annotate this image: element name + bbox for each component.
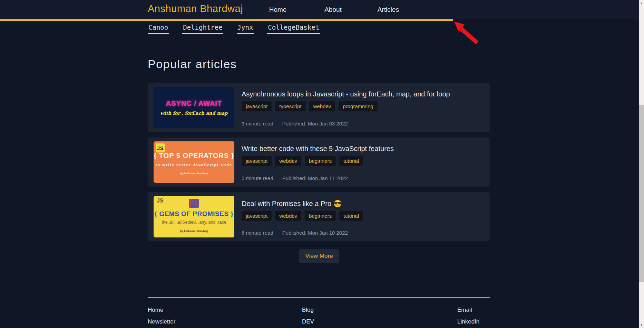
tag-beginners: beginners: [305, 211, 336, 221]
view-more-button[interactable]: View More: [299, 249, 339, 263]
footer-link-linkedin[interactable]: LinkedIn: [457, 318, 479, 325]
thumbnail-headline: { TOP 5 OPERATORS }: [154, 152, 234, 160]
tag-webdev: webdev: [275, 211, 301, 221]
thumbnail-subtitle: with for , forEach and map: [160, 111, 228, 116]
thumbnail-headline: ASYNC / AWAIT: [166, 100, 222, 107]
article-meta: 3 minute read Published: Mon Jan 03 2022: [242, 121, 484, 126]
article-meta: 5 minute read Published: Mon Jan 17 2022: [242, 175, 484, 181]
thumbnail-byline: by Anshuman Bhardwaj: [180, 230, 207, 232]
tag-webdev: webdev: [275, 156, 301, 166]
tag-programming: programming: [339, 101, 377, 111]
article-tags: javascripttypescriptwebdevprogramming: [242, 101, 484, 111]
footer-column-3: EmailLinkedIn: [457, 307, 479, 325]
project-link-canoo[interactable]: Canoo: [148, 24, 169, 34]
article-card[interactable]: ASYNC / AWAITwith for , forEach and map …: [148, 83, 490, 132]
footer-link-blog[interactable]: Blog: [302, 307, 314, 313]
tag-javascript: javascript: [242, 211, 272, 221]
top-navbar: Anshuman Bhardwaj HomeAboutArticles: [0, 0, 639, 19]
articles-list: ASYNC / AWAITwith for , forEach and map …: [148, 83, 490, 241]
article-thumbnail: JS{ GEMS OF PROMISES }the .all, .allSett…: [154, 196, 234, 237]
article-title: Asynchronous loops in Javascript - using…: [242, 90, 484, 98]
project-links-row: CanooDelightreeJynxCollegeBasket: [148, 24, 320, 34]
thumbnail-byline: by Anshuman Bhardwaj: [180, 172, 207, 175]
article-card[interactable]: JS{ TOP 5 OPERATORS }to write better Jav…: [148, 138, 490, 187]
nav-link-about[interactable]: About: [305, 6, 361, 13]
article-thumbnail: JS{ TOP 5 OPERATORS }to write better Jav…: [154, 141, 234, 183]
js-logo-icon: JS: [156, 143, 165, 152]
article-title: Write better code with these 5 JavaScrip…: [242, 145, 484, 153]
thumbnail-headline: { GEMS OF PROMISES }: [155, 210, 234, 218]
article-title: Deal with Promises like a Pro 😎: [242, 199, 484, 208]
footer-link-home[interactable]: Home: [148, 307, 175, 313]
navbar-links: HomeAboutArticles: [250, 6, 416, 13]
annotation-arrow-icon: [449, 17, 483, 47]
footer-column-1: HomeNewsletter: [148, 307, 175, 325]
footer-link-dev[interactable]: DEV: [302, 318, 314, 325]
read-time: 5 minute read: [242, 175, 273, 181]
site-title-link[interactable]: Anshuman Bhardwaj: [148, 3, 243, 15]
published-date: Published: Mon Jan 10 2022: [282, 230, 348, 236]
tag-typescript: typescript: [275, 101, 305, 111]
thumbnail-subtitle: to write better JavaScript code: [156, 163, 232, 167]
footer: HomeNewsletterBlogDEVEmailLinkedIn: [148, 297, 490, 298]
js-logo-icon: JS: [157, 198, 164, 204]
article-card-body: Deal with Promises like a Pro 😎 javascri…: [242, 196, 484, 237]
tag-webdev: webdev: [309, 101, 335, 111]
page-title: Popular articles: [148, 57, 237, 71]
scrollbar-thumb[interactable]: [639, 105, 644, 282]
project-link-collegebasket[interactable]: CollegeBasket: [267, 24, 320, 34]
published-date: Published: Mon Jan 03 2022: [282, 121, 348, 126]
article-card[interactable]: JS{ GEMS OF PROMISES }the .all, .allSett…: [148, 192, 490, 241]
thumbnail-subtitle: the .all, .allSettled, .any, and .race: [162, 220, 226, 225]
article-card-body: Write better code with these 5 JavaScrip…: [242, 141, 484, 183]
tag-javascript: javascript: [242, 156, 272, 166]
tag-beginners: beginners: [305, 156, 336, 166]
published-date: Published: Mon Jan 17 2022: [282, 175, 348, 181]
read-time: 3 minute read: [242, 121, 273, 126]
article-meta: 6 minute read Published: Mon Jan 10 2022: [242, 230, 484, 236]
article-thumbnail: ASYNC / AWAITwith for , forEach and map: [154, 87, 234, 128]
browser-scrollbar[interactable]: ▲ ▼: [639, 0, 644, 328]
scrollbar-up-arrow-icon[interactable]: ▲: [639, 0, 644, 6]
article-tags: javascriptwebdevbeginnerstutorial: [242, 156, 484, 166]
tag-tutorial: tutorial: [339, 211, 363, 221]
footer-link-email[interactable]: Email: [457, 307, 479, 313]
article-card-body: Asynchronous loops in Javascript - using…: [242, 87, 484, 128]
footer-link-newsletter[interactable]: Newsletter: [148, 318, 175, 325]
project-link-delightree[interactable]: Delightree: [182, 24, 223, 34]
article-tags: javascriptwebdevbeginnerstutorial: [242, 211, 484, 221]
tag-tutorial: tutorial: [339, 156, 363, 166]
tag-javascript: javascript: [242, 101, 272, 111]
navbar-gold-underline: [0, 19, 453, 21]
emoji-grid-graphic: [189, 199, 199, 208]
scrollbar-down-arrow-icon[interactable]: ▼: [639, 322, 644, 328]
footer-column-2: BlogDEV: [302, 307, 314, 325]
read-time: 6 minute read: [242, 230, 273, 236]
nav-link-home[interactable]: Home: [250, 6, 305, 13]
nav-link-articles[interactable]: Articles: [361, 6, 416, 13]
project-link-jynx[interactable]: Jynx: [237, 24, 254, 34]
